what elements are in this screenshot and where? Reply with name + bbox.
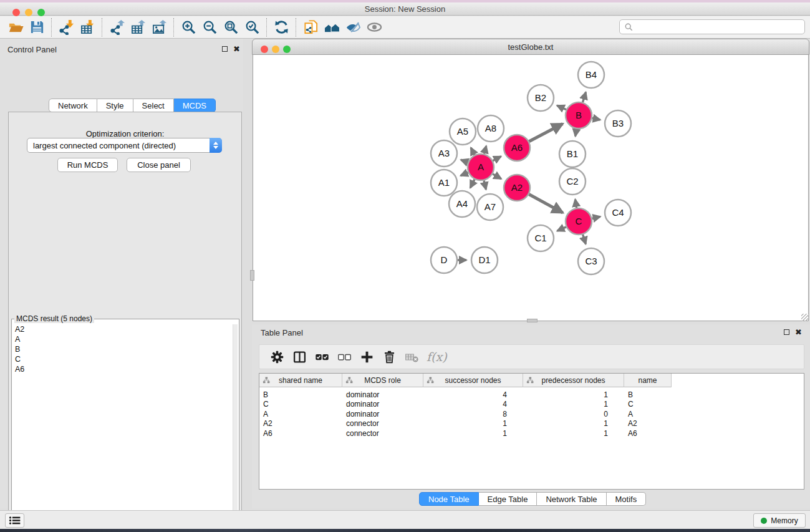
cell-predecessor-nodes[interactable]: 1 xyxy=(523,390,624,400)
tab-select[interactable]: Select xyxy=(133,99,174,112)
cell-successor-nodes[interactable]: 1 xyxy=(423,419,523,429)
list-item[interactable]: A2 xyxy=(15,324,231,334)
cell-mcds-role[interactable]: connector xyxy=(342,428,423,438)
tab-network-table[interactable]: Network Table xyxy=(537,492,606,506)
network-canvas[interactable]: B4B2BB3A5A8A6B1A3AC2A1A2A4A7C4CC1C3DD1 xyxy=(253,55,809,321)
cell-shared-name[interactable]: A2 xyxy=(259,419,342,429)
result-scrollbar-track[interactable] xyxy=(233,324,238,532)
graph-edge-A6-B[interactable] xyxy=(529,123,562,141)
cell-successor-nodes[interactable]: 4 xyxy=(423,400,523,410)
cell-shared-name[interactable]: B xyxy=(259,390,342,400)
node-table[interactable]: shared name MCDS role successor xyxy=(259,373,804,490)
column-header-shared-name[interactable]: shared name xyxy=(259,374,342,387)
graph-node-A1[interactable]: A1 xyxy=(431,170,457,196)
graph-node-C3[interactable]: C3 xyxy=(578,248,604,274)
graph-edge-A-A4[interactable] xyxy=(470,180,475,188)
home-button[interactable] xyxy=(321,18,342,37)
cell-name[interactable]: A2 xyxy=(624,419,672,429)
import-table-button[interactable] xyxy=(77,18,98,37)
close-panel-icon[interactable]: ✖ xyxy=(795,329,802,335)
export-image-button[interactable] xyxy=(148,18,170,37)
graph-edge-B-B1[interactable] xyxy=(576,129,577,137)
graph-node-B4[interactable]: B4 xyxy=(578,62,604,88)
column-header-successor-nodes[interactable]: successor nodes xyxy=(423,374,523,387)
cell-shared-name[interactable]: C xyxy=(259,400,342,410)
cell-predecessor-nodes[interactable]: 1 xyxy=(523,428,624,438)
table-row[interactable]: A6 connector 1 1 A6 xyxy=(259,428,672,438)
zoom-traffic-light[interactable] xyxy=(37,9,45,16)
graph-edge-A-A2[interactable] xyxy=(493,174,501,179)
graph-edge-A-A5[interactable] xyxy=(471,148,475,155)
table-row[interactable]: A2 connector 1 1 A2 xyxy=(259,419,672,429)
graph-edge-B-B2[interactable] xyxy=(557,105,566,110)
graph-node-A5[interactable]: A5 xyxy=(450,118,476,145)
close-panel-button[interactable]: Close panel xyxy=(127,158,191,172)
column-header-predecessor-nodes[interactable]: predecessor nodes xyxy=(523,374,624,387)
graph-node-A8[interactable]: A8 xyxy=(478,115,504,142)
duplicate-network-button[interactable] xyxy=(300,18,321,37)
graph-node-D1[interactable]: D1 xyxy=(471,247,498,273)
cell-name[interactable]: A xyxy=(624,409,672,419)
search-box[interactable] xyxy=(619,19,805,34)
cell-mcds-role[interactable]: dominator xyxy=(342,400,423,410)
list-item[interactable]: B xyxy=(15,344,231,354)
tab-edge-table[interactable]: Edge Table xyxy=(479,492,538,506)
network-window-titlebar[interactable]: testGlobe.txt xyxy=(252,39,809,55)
tab-network[interactable]: Network xyxy=(49,99,97,112)
graph-edge-C-C2[interactable] xyxy=(575,200,576,208)
close-traffic-light[interactable] xyxy=(12,9,20,16)
search-input[interactable] xyxy=(633,21,804,33)
cell-successor-nodes[interactable]: 8 xyxy=(423,409,523,419)
cell-mcds-role[interactable]: dominator xyxy=(342,390,423,400)
cell-mcds-role[interactable]: dominator xyxy=(342,409,423,419)
graph-node-B[interactable]: B xyxy=(566,102,592,128)
graph-edge-A-A7[interactable] xyxy=(484,180,486,189)
optimization-criterion-dropdown[interactable]: largest connected component (directed) xyxy=(27,138,222,153)
table-row[interactable]: B dominator 4 1 B xyxy=(259,390,672,400)
show-columns-button[interactable] xyxy=(288,347,311,367)
graph-edge-A-A1[interactable] xyxy=(461,173,468,176)
graph-edge-A-A6[interactable] xyxy=(493,157,501,161)
cell-predecessor-nodes[interactable]: 1 xyxy=(523,400,624,410)
scrollbar-stub[interactable] xyxy=(527,319,538,322)
graph-node-C4[interactable]: C4 xyxy=(605,200,631,226)
unselect-all-columns-button[interactable] xyxy=(333,347,355,367)
graph-edge-C-C4[interactable] xyxy=(592,216,600,218)
cell-mcds-role[interactable]: connector xyxy=(342,419,423,429)
export-table-button[interactable] xyxy=(127,18,148,37)
cell-predecessor-nodes[interactable]: 0 xyxy=(523,409,624,419)
scrollbar-stub[interactable] xyxy=(250,270,254,281)
list-item[interactable]: C xyxy=(15,354,231,364)
graph-node-C[interactable]: C xyxy=(566,208,592,235)
table-options-button[interactable] xyxy=(266,347,288,367)
export-network-button[interactable] xyxy=(106,18,127,37)
graph-node-D[interactable]: D xyxy=(431,247,457,273)
cell-shared-name[interactable]: A xyxy=(259,409,342,419)
delete-column-button[interactable] xyxy=(378,347,400,367)
graph-node-A7[interactable]: A7 xyxy=(477,194,503,220)
graph-edge-B-B3[interactable] xyxy=(592,118,600,120)
tab-mcds[interactable]: MCDS xyxy=(174,99,216,112)
graph-edge-B-B4[interactable] xyxy=(582,92,586,102)
resize-grip-icon[interactable] xyxy=(801,314,809,321)
cell-name[interactable]: A6 xyxy=(624,428,672,438)
graph-edge-C-C1[interactable] xyxy=(557,227,566,231)
graph-edge-A-A8[interactable] xyxy=(484,146,486,154)
tab-style[interactable]: Style xyxy=(97,99,133,112)
graph-node-C1[interactable]: C1 xyxy=(528,225,554,251)
list-item[interactable]: A6 xyxy=(15,364,231,374)
float-panel-icon[interactable] xyxy=(784,329,789,335)
table-row[interactable]: C dominator 4 1 C xyxy=(259,400,672,410)
graph-node-A[interactable]: A xyxy=(468,154,494,180)
graph-node-B1[interactable]: B1 xyxy=(559,141,586,167)
graph-edge-A-A3[interactable] xyxy=(461,160,468,162)
import-network-button[interactable] xyxy=(55,18,77,37)
cell-successor-nodes[interactable]: 1 xyxy=(423,428,523,438)
cell-predecessor-nodes[interactable]: 1 xyxy=(523,419,624,429)
cell-shared-name[interactable]: A6 xyxy=(259,428,342,438)
table-row[interactable]: A dominator 8 0 A xyxy=(259,409,672,419)
minimize-traffic-light[interactable] xyxy=(25,9,32,16)
tab-node-table[interactable]: Node Table xyxy=(419,492,479,506)
cell-name[interactable]: B xyxy=(624,390,672,400)
zoom-out-button[interactable] xyxy=(199,18,220,37)
